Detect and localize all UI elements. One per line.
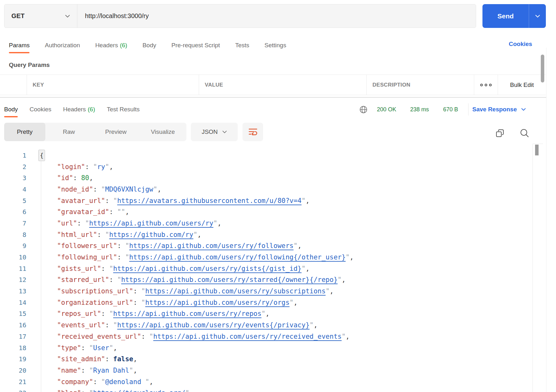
json-link-value[interactable]: https://github.com/ry	[109, 231, 193, 238]
json-token: ,	[217, 219, 222, 227]
view-mode-visualize[interactable]: Visualize	[139, 123, 186, 141]
request-tab-params[interactable]: Params	[9, 37, 29, 54]
more-options-icon[interactable]	[480, 84, 492, 86]
json-link-value[interactable]: https://api.github.com/users/ry/follower…	[129, 242, 294, 250]
search-response-button[interactable]	[519, 128, 530, 139]
send-button[interactable]: Send	[482, 4, 546, 28]
json-link-value[interactable]: https://api.github.com/users/ry	[89, 219, 213, 227]
line-number: 18	[0, 344, 28, 352]
json-link-value[interactable]: https://api.github.com/users/ry/orgs	[145, 299, 289, 306]
response-tab-body[interactable]: Body	[4, 101, 18, 118]
response-tab-headers[interactable]: Headers(6)	[63, 101, 95, 118]
json-key: "site_admin"	[57, 355, 105, 363]
line-content: "subscriptions_url": "https://api.github…	[57, 287, 333, 295]
tab-label: Params	[9, 42, 29, 49]
json-token: Ryan Dahl	[93, 367, 129, 374]
response-tab-test-results[interactable]: Test Results	[107, 101, 139, 118]
column-header-value[interactable]: VALUE	[199, 75, 367, 95]
save-response-button[interactable]: Save Response	[472, 101, 526, 118]
url-input[interactable]: http://localhost:3000/ry	[85, 12, 149, 20]
json-link-value[interactable]: https://tinyclouds.org/	[93, 389, 185, 392]
json-link-value[interactable]: https://api.github.com/users/ry/gists{/g…	[113, 265, 301, 272]
response-size[interactable]: 670 B	[443, 101, 458, 118]
page-scrollbar-track[interactable]	[546, 48, 546, 392]
copy-response-button[interactable]	[495, 128, 505, 139]
response-time[interactable]: 238 ms	[410, 101, 429, 118]
view-mode-pretty[interactable]: Pretty	[4, 123, 45, 141]
line-number: 20	[0, 367, 28, 374]
request-tab-authorization[interactable]: Authorization	[45, 37, 80, 54]
cookies-link[interactable]: Cookies	[509, 41, 532, 48]
tab-label: Body	[4, 106, 18, 113]
json-token: false	[113, 355, 133, 363]
json-token: "	[105, 163, 109, 171]
send-options-chevron-icon[interactable]	[529, 4, 546, 28]
json-token: "	[326, 287, 330, 295]
status-code[interactable]: 200 OK	[377, 101, 396, 118]
request-tab-pre-request-script[interactable]: Pre-request Script	[171, 37, 220, 54]
json-token: "	[153, 186, 157, 193]
json-token: "	[310, 321, 314, 329]
method-select[interactable]: GET	[4, 4, 77, 28]
json-link-value[interactable]: https://api.github.com/users/ry/followin…	[129, 253, 346, 261]
page-scrollbar-thumb[interactable]	[541, 55, 544, 82]
json-token: ,	[298, 242, 302, 250]
wrap-text-button[interactable]	[242, 123, 263, 141]
json-key: "starred_url"	[57, 276, 109, 284]
json-link-value[interactable]: https://avatars.githubusercontent.com/u/…	[117, 197, 302, 205]
search-icon	[520, 128, 529, 138]
json-token: ,	[113, 344, 117, 352]
response-scrollbar-thumb[interactable]	[535, 145, 539, 155]
request-tab-headers[interactable]: Headers(6)	[95, 37, 127, 54]
json-token: "	[101, 186, 105, 193]
network-globe-icon[interactable]	[359, 101, 367, 118]
line-number: 15	[0, 310, 28, 317]
tab-label: Pre-request Script	[171, 42, 220, 49]
line-content: "type": "User",	[57, 344, 117, 352]
json-token: :	[133, 287, 141, 295]
column-header-key[interactable]: KEY	[27, 75, 199, 95]
json-token: "	[109, 344, 113, 352]
json-link-value[interactable]: https://api.github.com/users/ry/starred{…	[121, 276, 338, 284]
json-token: "	[301, 265, 306, 272]
section-divider	[0, 97, 546, 98]
response-scrollbar-track[interactable]	[533, 144, 533, 392]
request-tab-settings[interactable]: Settings	[264, 37, 286, 54]
line-content: {	[38, 150, 45, 161]
json-key: "events_url"	[57, 321, 105, 329]
column-header-description[interactable]: DESCRIPTION	[367, 75, 474, 95]
language-label: JSON	[202, 128, 218, 135]
line-number: 9	[0, 242, 28, 250]
line-content: "following_url": "https://api.github.com…	[57, 253, 354, 261]
json-token: "	[125, 242, 129, 250]
fold-marker[interactable]: {	[38, 150, 45, 161]
response-status-row: 200 OK 238 ms 670 B Save Response	[355, 101, 546, 118]
json-token: ,	[133, 367, 137, 374]
response-tab-cookies[interactable]: Cookies	[29, 101, 51, 118]
request-tab-body[interactable]: Body	[142, 37, 156, 54]
json-link-value[interactable]: https://api.github.com/users/ry/received…	[153, 333, 341, 340]
json-token: ,	[189, 389, 193, 392]
line-number: 19	[0, 355, 28, 363]
tab-label: Tests	[235, 42, 249, 49]
view-mode-raw[interactable]: Raw	[45, 123, 92, 141]
request-tab-tests[interactable]: Tests	[235, 37, 249, 54]
json-token: ,	[109, 163, 113, 171]
json-token: 80	[81, 174, 89, 182]
json-link-value[interactable]: https://api.github.com/users/ry/events{/…	[117, 321, 310, 329]
json-token: :	[93, 186, 101, 193]
bulk-edit-button[interactable]: Bulk Edit	[510, 82, 534, 88]
json-link-value[interactable]: https://api.github.com/users/ry/repos	[113, 310, 262, 317]
json-token: "	[193, 231, 197, 238]
json-token: "	[89, 389, 93, 392]
json-token: "	[338, 276, 342, 284]
bulk-edit-cell: Bulk Edit	[498, 75, 546, 95]
json-link-value[interactable]: https://api.github.com/users/ry/subscrip…	[145, 287, 326, 295]
send-button-label: Send	[482, 4, 529, 28]
language-select[interactable]: JSON	[191, 123, 238, 141]
code-line: 9"followers_url": "https://api.github.co…	[0, 240, 539, 252]
json-token: "	[141, 299, 145, 306]
json-token: :	[133, 299, 141, 306]
view-mode-preview[interactable]: Preview	[92, 123, 139, 141]
line-content: "starred_url": "https://api.github.com/u…	[57, 276, 346, 284]
